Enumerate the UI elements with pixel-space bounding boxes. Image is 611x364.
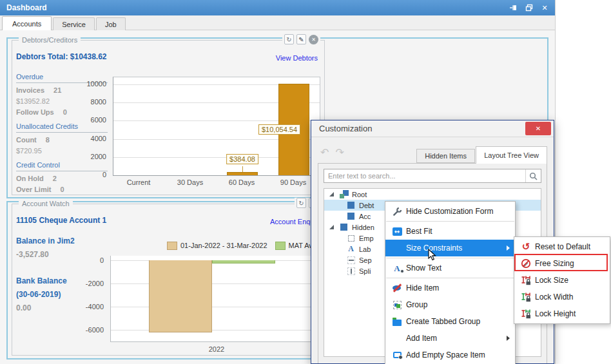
search-icon[interactable] (525, 169, 541, 182)
refresh-icon[interactable]: ↻ (284, 34, 294, 44)
hide-item-icon (388, 283, 406, 292)
wrench-icon (388, 207, 406, 216)
y-tick-label: -2000 (73, 280, 104, 287)
menu-item-label: Group (406, 300, 510, 309)
layout-item-icon (345, 213, 356, 220)
close-circle-icon[interactable]: ✕ (309, 35, 318, 44)
tree-item-label: Acc (359, 213, 371, 220)
legend-label: 01-Jan-2022 - 31-Mar-2022 (180, 242, 267, 249)
menu-item-group[interactable]: Group (385, 296, 515, 313)
gridline (111, 307, 323, 307)
legend-swatch (167, 242, 177, 250)
tree-item-label: Hidden (352, 224, 374, 231)
menu-separator (386, 258, 514, 258)
label-item-icon: A (345, 244, 356, 254)
stat-row-over-limit: Over Limit0 (16, 184, 113, 195)
debtors-groupbox: Debtors/Creditors ↻✎✕ Debtors Total: $10… (12, 40, 325, 195)
menu-item-show-text[interactable]: AShow Text (385, 260, 515, 276)
view-debtors-link[interactable]: View Debtors (276, 54, 318, 62)
legend-label: MAT Av (289, 242, 313, 249)
pin-icon[interactable] (509, 3, 519, 13)
menu-item-add-empty-space-item[interactable]: Add Empty Space Item (385, 347, 515, 363)
y-tick-label: 10000 (75, 80, 106, 88)
account-groupbox: Account Watch ↻✎ 11105 Cheque Account 1 … (12, 204, 325, 356)
x-tick-label: 90 Days (280, 178, 306, 186)
tree-item-label: Debt (359, 202, 374, 209)
submenu-arrow-icon (507, 336, 510, 341)
expander-slot (329, 192, 338, 196)
menu-item-label: Lock Width (535, 292, 605, 302)
account-bar-1 (149, 260, 212, 332)
account-chart-legend: 01-Jan-2022 - 31-Mar-2022MAT Av (167, 240, 325, 251)
tab-accounts[interactable]: Accounts (2, 16, 52, 30)
expander-slot (329, 225, 338, 229)
lock-size-icon (517, 275, 535, 285)
tab-hidden-items[interactable]: Hidden Items (416, 149, 475, 163)
debtors-chart-xaxis: Current30 Days60 Days90 Days (113, 178, 320, 187)
dialog-titlebar[interactable]: Customization ✕ (311, 120, 554, 137)
y-tick-label: 4000 (75, 135, 106, 142)
show-text-icon: A (388, 264, 406, 273)
submenu-item-reset-to-default[interactable]: ↺Reset to Default (514, 238, 610, 255)
tab-bar: AccountsServiceJob (0, 15, 555, 30)
submenu-item-lock-width[interactable]: Lock Width (514, 289, 610, 305)
submenu-item-lock-size[interactable]: Lock Size (514, 272, 610, 289)
debtors-bar-60-days (227, 172, 258, 175)
menu-item-add-item[interactable]: Add Item (385, 330, 515, 347)
stat-label: Invoices (16, 86, 44, 94)
redo-icon[interactable]: ↷ (335, 148, 344, 158)
stat-label: $13952.82 (16, 97, 50, 105)
submenu-item-lock-height[interactable]: Lock Height (514, 305, 610, 322)
lock-width-icon (517, 292, 535, 302)
dialog-undo-redo: ↶↷ (320, 148, 344, 158)
reset-icon: ↺ (517, 242, 535, 252)
account-chart-yaxis: 0-2000-4000-6000 (74, 256, 106, 346)
menu-item-hide-item[interactable]: Hide Item (385, 280, 515, 296)
search-input[interactable] (324, 172, 525, 180)
menu-item-label: Reset to Default (535, 242, 605, 251)
layout-group-icon (338, 190, 349, 198)
mouse-cursor (428, 249, 436, 262)
layout-item-icon (338, 224, 349, 231)
tab-layout-tree-view[interactable]: Layout Tree View (476, 146, 547, 164)
size-constraints-submenu: ↺Reset to DefaultFree SizingLock SizeLoc… (514, 236, 610, 324)
edit-icon[interactable]: ✎ (296, 34, 306, 44)
menu-item-hide-customization-form[interactable]: Hide Customization Form (385, 203, 515, 220)
menu-item-best-fit[interactable]: ↔Best Fit (385, 223, 515, 240)
legend-swatch (275, 242, 286, 250)
menu-item-label: Lock Size (535, 276, 605, 285)
expander-icon[interactable] (329, 225, 334, 229)
account-stat-label: Balance in Jim2 (16, 236, 112, 250)
dialog-title: Customization (319, 124, 525, 133)
x-tick-label: 60 Days (229, 178, 255, 186)
tab-service[interactable]: Service (53, 17, 95, 30)
stat-label: Follow Ups (16, 108, 54, 116)
tree-item-root[interactable]: Root (324, 189, 541, 200)
menu-item-size-constraints[interactable]: Size Constraints (385, 240, 515, 256)
undo-icon[interactable]: ↶ (320, 148, 329, 158)
close-icon[interactable]: ✕ (539, 3, 550, 13)
submenu-arrow-icon (507, 245, 510, 251)
splitter-item-icon (345, 267, 356, 275)
tree-item-label: Spli (359, 267, 371, 275)
window-title: Dashboard (6, 3, 509, 12)
debtors-total: Debtors Total: $10438.62 (16, 52, 107, 61)
dialog-close-button[interactable]: ✕ (525, 122, 551, 135)
bar-value-connector (242, 166, 243, 172)
x-tick-label: 30 Days (177, 178, 203, 186)
window-titlebar[interactable]: Dashboard ✕ (0, 0, 555, 15)
debtors-chart-plot: $384.08$10,054.54 (113, 77, 320, 176)
account-caption: Account Watch (19, 200, 73, 207)
y-tick-label: 8000 (75, 98, 106, 106)
empty-space-item-icon (345, 235, 356, 242)
refresh-icon[interactable]: ↻ (296, 198, 306, 208)
menu-item-create-tabbed-group[interactable]: Create Tabbed Group (385, 313, 515, 330)
menu-item-label: Show Text (406, 263, 510, 273)
expander-icon[interactable] (329, 192, 334, 196)
restore-icon[interactable] (524, 3, 534, 13)
tab-job[interactable]: Job (96, 17, 126, 30)
menu-separator (386, 278, 514, 278)
bar-value-label: $384.08 (226, 154, 258, 164)
legend-item: MAT Av (275, 242, 313, 250)
search-box[interactable] (324, 169, 541, 183)
